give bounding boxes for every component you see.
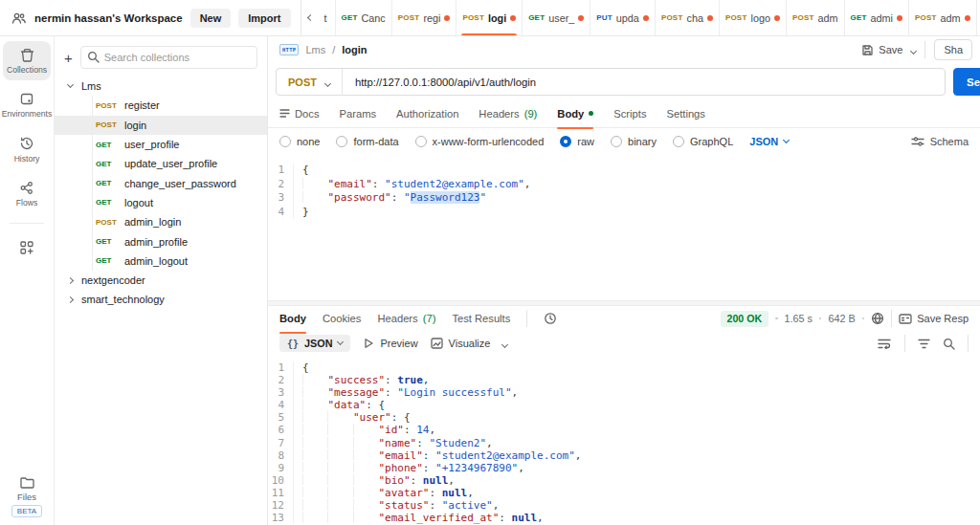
add-collection-button[interactable]: + [64,51,73,65]
preview-button[interactable]: Preview [363,338,417,349]
save-button[interactable]: Save [861,44,902,56]
breadcrumb-request-name[interactable]: login [342,44,367,55]
body-mode-form-data[interactable]: form-data [336,136,398,147]
request-tab[interactable]: POSTregi [392,0,457,35]
breadcrumb-collection[interactable]: Lms [305,44,325,55]
response-format-selector[interactable]: {} JSON [279,335,350,352]
body-mode-raw[interactable]: raw [560,136,594,147]
code-line: 8"email": "student2@example.com", [268,449,980,462]
body-mode-binary[interactable]: binary [611,136,657,147]
unsaved-dot [578,15,584,21]
radio-unselected-icon [415,136,427,147]
sidebar-item-admin_login[interactable]: POSTadmin_login [55,212,267,231]
indent-guide [302,424,327,435]
search-response-icon[interactable] [943,338,955,350]
rail-item-new-grid[interactable] [3,233,51,261]
request-tab[interactable]: PUTupda [590,0,656,35]
indent-guide [353,449,378,461]
request-tab-fragment[interactable]: t [320,0,336,35]
method-selector-chevron[interactable] [325,77,330,88]
request-tab-body[interactable]: Body [557,99,593,128]
tab-title: admi [871,12,893,24]
visualize-button[interactable]: Visualize [431,338,491,349]
tab-method-label: POST [915,13,937,22]
sidebar-item-login[interactable]: POSTlogin [55,116,267,135]
tab-method-label: GET [851,13,867,22]
request-label: change_user_password [124,178,236,189]
code-line: 7"name": "Studen2", [268,437,980,449]
indent-guide [327,512,352,523]
tab-scroll-right-button[interactable] [977,0,980,35]
request-tab-params[interactable]: Params [340,99,377,128]
sidebar-item-change_user_password[interactable]: GETchange_user_password [55,173,267,192]
request-tab-headers[interactable]: Headers(9) [479,99,537,128]
request-tab-scripts[interactable]: Scripts [613,99,646,128]
send-button[interactable]: Sen [953,68,980,96]
response-tab-cookies[interactable]: Cookies [323,304,361,333]
collections-icon [19,48,35,62]
request-tab[interactable]: POSTadm [787,0,845,35]
request-tab[interactable]: GETuser_ [523,0,590,35]
history-small-icon[interactable] [544,312,557,325]
folder-label: smart_technology [81,294,165,305]
visualize-options-button[interactable] [502,338,507,349]
schema-button[interactable]: Schema [911,136,969,147]
request-body-editor[interactable]: 1{2"email": "student2@example.com",3"pas… [268,158,980,300]
tab-scroll-left-button[interactable] [301,0,320,35]
wrap-text-icon[interactable] [878,338,892,349]
body-mode-GraphQL[interactable]: GraphQL [673,136,733,147]
save-options-button[interactable] [911,44,916,55]
search-collections-input[interactable] [80,46,257,69]
request-tab-docs[interactable]: Docs [279,99,320,128]
sidebar-folder-nextgencoder[interactable]: nextgencoder [55,271,267,290]
indent-guide [327,411,352,423]
raw-language-selector[interactable]: JSON [749,136,789,147]
request-tab[interactable]: POSTlogi [457,0,523,35]
request-tab-settings[interactable]: Settings [667,99,705,128]
code-line: 5"user": { [268,411,980,424]
save-response-icon [899,314,912,324]
sidebar-folder-Lms[interactable]: Lms [55,77,267,96]
response-tab-headers[interactable]: Headers(7) [377,304,435,333]
request-tab[interactable]: GETadmi [845,0,909,35]
indent-guide [327,424,352,435]
request-tab[interactable]: POSTadm [909,0,977,35]
status-badge: 200 OK [721,311,769,327]
tab-count: (7) [423,313,436,324]
sidebar-item-logout[interactable]: GETlogout [55,193,267,212]
response-tab-body[interactable]: Body [279,304,306,333]
request-label: update_user_profile [124,158,217,169]
body-mode-x-www-form-urlencoded[interactable]: x-www-form-urlencoded [415,136,545,147]
import-button[interactable]: Import [238,9,290,28]
rail-item-files[interactable]: Files BETA [0,475,54,517]
tab-method-label: PUT [596,13,612,22]
request-tab[interactable]: POSTcha [656,0,720,35]
rail-item-environments[interactable]: Environments [3,85,51,124]
sidebar-item-update_user_profile[interactable]: GETupdate_user_profile [55,154,267,173]
rail-item-history[interactable]: History [3,129,51,169]
share-button[interactable]: Sha [934,39,972,60]
url-input[interactable]: http://127.0.0.1:8000/api/v1/auth/login [343,77,536,88]
request-tab[interactable]: GETCanc [336,0,392,35]
sidebar-folder-smart_technology[interactable]: smart_technology [55,290,267,309]
rail-item-flows[interactable]: Flows [3,174,51,213]
new-button[interactable]: New [190,9,232,28]
sidebar-item-admin_logout[interactable]: GETadmin_logout [55,252,267,271]
line-number: 3 [268,191,294,206]
body-mode-none[interactable]: none [279,136,320,147]
tab-label: Headers [377,313,417,324]
workspace-name[interactable]: nermin hassan's Workspace [34,12,183,24]
filter-icon[interactable] [918,339,930,349]
sidebar-item-admin_profile[interactable]: GETadmin_profile [55,231,267,251]
request-tab-authorization[interactable]: Authorization [396,99,458,128]
rail-item-collections[interactable]: Collections [3,41,51,80]
response-tab-test-results[interactable]: Test Results [452,304,510,333]
sidebar-item-register[interactable]: POSTregister [55,96,267,115]
sidebar-item-user_profile[interactable]: GETuser_profile [55,135,267,154]
method-selector[interactable]: POST [277,77,325,88]
history-icon [19,136,34,151]
unsaved-dot [510,15,516,21]
globe-icon[interactable] [871,312,884,325]
save-response-button[interactable]: Save Resp [899,313,969,324]
request-tab[interactable]: POSTlogo [720,0,787,35]
